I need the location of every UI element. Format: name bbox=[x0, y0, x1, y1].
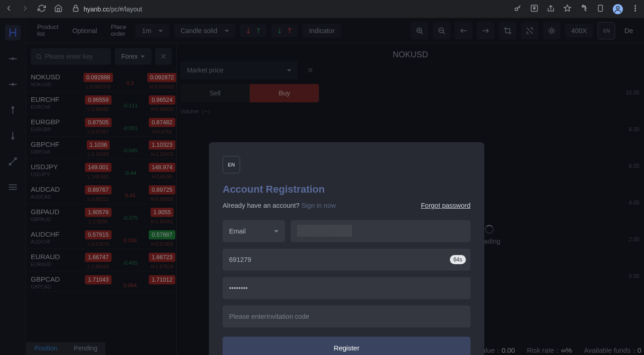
deposit-button[interactable]: De bbox=[620, 24, 638, 37]
symbol: EURAUD bbox=[31, 253, 79, 261]
contact-type-select[interactable]: Email bbox=[223, 220, 285, 242]
url-bar[interactable]: hyanb.cc/pc/#/layout bbox=[72, 4, 142, 14]
invitation-code-field[interactable]: Please enterInvitation code bbox=[223, 305, 470, 327]
tab-pending[interactable]: Pending bbox=[66, 342, 106, 355]
svg-point-8 bbox=[12, 58, 14, 60]
share-icon[interactable] bbox=[547, 4, 555, 14]
high: H:0.093032 bbox=[150, 84, 174, 89]
product-row[interactable]: EURAUDEURAUD1.66747L:1.66516-0.4551.6672… bbox=[26, 249, 176, 272]
register-button[interactable]: Register bbox=[223, 337, 470, 355]
password-field[interactable]: •••••••• bbox=[223, 277, 470, 299]
symbol: AUDCHF bbox=[31, 230, 79, 238]
symbol: EURCHF bbox=[31, 95, 79, 103]
bookmark-icon[interactable] bbox=[563, 4, 571, 14]
svg-point-7 bbox=[635, 10, 636, 11]
app-logo[interactable] bbox=[5, 25, 21, 40]
product-row[interactable]: AUDCADAUDCAD0.89767L:0.892110.430.89725H… bbox=[26, 182, 176, 204]
low: L:0.96482 bbox=[88, 106, 109, 112]
low: L:1.10283 bbox=[88, 151, 109, 157]
menu-icon[interactable] bbox=[631, 4, 639, 14]
zoom-level[interactable]: 400X bbox=[565, 24, 594, 38]
price-arrows-2 bbox=[271, 24, 298, 37]
url-path: /pc/#/layout bbox=[109, 6, 142, 13]
close-ticket-icon[interactable] bbox=[302, 61, 319, 79]
device-icon[interactable] bbox=[596, 4, 605, 14]
profile-avatar[interactable] bbox=[613, 4, 623, 14]
change: 0.43 bbox=[118, 185, 143, 198]
scroll-left-icon[interactable] bbox=[455, 22, 472, 39]
timeframe-select[interactable]: 1m bbox=[135, 24, 169, 38]
code-field[interactable]: 691279 64s bbox=[223, 249, 470, 271]
home-icon[interactable] bbox=[54, 4, 62, 14]
chart-type-select[interactable]: Candle solid bbox=[174, 24, 235, 38]
product-row[interactable]: GBPAUDGBPAUD1.90578L:1.9034-0.3751.9055H… bbox=[26, 204, 176, 227]
close-panel-icon[interactable] bbox=[155, 48, 172, 65]
tool-vline-icon[interactable] bbox=[7, 105, 18, 117]
symbol: GBPCAD bbox=[31, 275, 79, 283]
scroll-right-icon[interactable] bbox=[477, 22, 494, 39]
y-tick: 6.00 bbox=[626, 163, 639, 169]
search-input[interactable]: Please enter key bbox=[31, 48, 111, 65]
product-row[interactable]: GBPCHFGBPCHF1.1036L:1.10283-0.0451.10323… bbox=[26, 137, 176, 159]
already-text: Already have an account? bbox=[223, 202, 300, 209]
ask-price: 1.71012 bbox=[149, 275, 175, 284]
tool-trend-icon[interactable] bbox=[7, 79, 18, 92]
product-list-button[interactable]: Product list bbox=[33, 21, 63, 40]
change: 0.339 bbox=[118, 230, 143, 243]
svg-point-6 bbox=[635, 7, 636, 8]
product-row[interactable]: EURGBPEURGBP0.87505L:0.87457-0.0810.8748… bbox=[26, 114, 176, 137]
product-row[interactable]: AUDCHFAUDCHF0.57915L:0.575750.3390.57887… bbox=[26, 227, 176, 249]
change: 0.3 bbox=[118, 73, 143, 86]
zoom-in-icon[interactable] bbox=[411, 22, 428, 39]
buy-button[interactable]: Buy bbox=[250, 84, 319, 102]
symbol-sub: GBPCAD bbox=[31, 284, 79, 289]
symbol: NOKUSD bbox=[31, 73, 79, 81]
language-badge[interactable]: EN bbox=[223, 156, 240, 173]
tab-position[interactable]: Position bbox=[26, 342, 66, 355]
category-select[interactable]: Forex bbox=[115, 48, 151, 65]
symbol-sub: AUDCHF bbox=[31, 239, 79, 244]
tool-crosshair-icon[interactable] bbox=[7, 53, 18, 66]
ask-price: 1.9055 bbox=[151, 208, 174, 217]
bid-price: 0.092888 bbox=[84, 73, 113, 82]
y-tick: 10.00 bbox=[626, 89, 639, 96]
extensions-icon[interactable] bbox=[580, 4, 588, 14]
price-arrows-1 bbox=[240, 24, 267, 37]
crop-icon[interactable] bbox=[499, 22, 516, 39]
change: -0.045 bbox=[118, 140, 143, 153]
change: -0.111 bbox=[118, 95, 143, 108]
high: H:1.10418 bbox=[151, 151, 173, 157]
product-row[interactable]: NOKUSDNOKUSD0.092888L:0.0923790.30.09287… bbox=[26, 69, 176, 92]
product-row[interactable]: EURCHFEURCHF0.96559L:0.96482-0.1110.9652… bbox=[26, 92, 176, 114]
product-panel: Please enter key Forex NOKUSDNOKUSD0.092… bbox=[26, 44, 177, 355]
y-tick: 2.00 bbox=[626, 236, 639, 243]
symbol-sub: AUDCAD bbox=[31, 194, 79, 200]
svg-point-4 bbox=[616, 6, 619, 9]
ask-price: 0.092872 bbox=[147, 73, 176, 82]
product-row[interactable]: GBPCADGBPCAD1.710430.0641.71012 bbox=[26, 272, 176, 292]
optional-button[interactable]: Optional bbox=[68, 24, 102, 37]
chart-y-axis: 10.008.006.004.002.000.00 bbox=[626, 89, 639, 279]
email-field[interactable] bbox=[291, 220, 470, 242]
key-icon[interactable] bbox=[514, 4, 522, 14]
url-host: hyanb.cc bbox=[84, 6, 109, 13]
language-icon[interactable]: EN bbox=[598, 22, 615, 39]
product-row[interactable]: USDJPYUSDJPY149.001L:148.681-0.44148.974… bbox=[26, 159, 176, 182]
reload-icon[interactable] bbox=[38, 4, 46, 14]
volume-label: Volume（~） bbox=[180, 108, 319, 116]
tool-line-icon[interactable] bbox=[7, 156, 18, 169]
tool-menu-icon[interactable] bbox=[7, 182, 18, 194]
sign-in-link[interactable]: Sign in now bbox=[302, 202, 336, 209]
back-icon[interactable] bbox=[5, 4, 13, 14]
translate-icon[interactable] bbox=[530, 4, 538, 14]
indicator-button[interactable]: Indicator bbox=[302, 24, 341, 38]
sell-button[interactable]: Sell bbox=[180, 84, 250, 102]
price-type-select[interactable]: Market price bbox=[180, 61, 298, 79]
tool-hline-icon[interactable] bbox=[7, 130, 18, 143]
place-order-button[interactable]: Place order bbox=[106, 21, 131, 40]
lock-icon bbox=[72, 4, 80, 14]
fullscreen-icon[interactable] bbox=[521, 22, 538, 39]
zoom-out-icon[interactable] bbox=[433, 22, 450, 39]
forgot-password-link[interactable]: Forgot password bbox=[421, 202, 470, 209]
theme-icon[interactable] bbox=[543, 22, 560, 39]
